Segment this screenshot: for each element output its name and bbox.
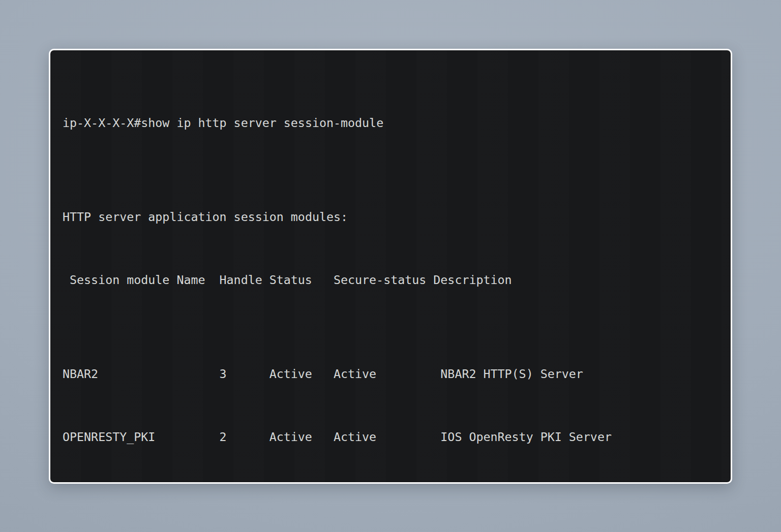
blank-line <box>63 162 720 178</box>
cell-status: Active <box>269 366 334 382</box>
column-header-description: Description <box>433 272 720 288</box>
cell-secure-status: Active <box>334 366 440 382</box>
cell-handle: 2 <box>220 429 269 445</box>
table-row: OPENRESTY_PKI 2 Active Active IOS OpenRe… <box>63 429 720 445</box>
column-header-secure-status: Secure-status <box>334 272 433 288</box>
terminal-screen[interactable]: ip-X-X-X-X#show ip http server session-m… <box>50 50 731 482</box>
output-heading: HTTP server application session modules: <box>63 209 720 225</box>
cell-description: NBAR2 HTTP(S) Server <box>440 366 720 382</box>
cell-handle: 3 <box>220 366 269 382</box>
cell-session-module-name: NBAR2 <box>63 366 220 382</box>
session-module-table: NBAR2 3 Active Active NBAR2 HTTP(S) Serv… <box>63 335 720 484</box>
desktop-background: ip-X-X-X-X#show ip http server session-m… <box>0 0 781 532</box>
cell-status: Active <box>269 429 334 445</box>
table-row: NBAR2 3 Active Active NBAR2 HTTP(S) Serv… <box>63 366 720 382</box>
cell-description: IOS OpenResty PKI Server <box>440 429 720 445</box>
table-header-row: Session module Name Handle Status Secure… <box>63 272 720 288</box>
column-header-handle: Handle <box>220 272 269 288</box>
cell-session-module-name: OPENRESTY_PKI <box>63 429 220 445</box>
terminal-window[interactable]: ip-X-X-X-X#show ip http server session-m… <box>49 49 732 484</box>
command-line: ip-X-X-X-X#show ip http server session-m… <box>63 115 720 131</box>
column-header-status: Status <box>269 272 334 288</box>
cell-secure-status: Active <box>334 429 440 445</box>
column-header-session-module-name: Session module Name <box>63 272 220 288</box>
